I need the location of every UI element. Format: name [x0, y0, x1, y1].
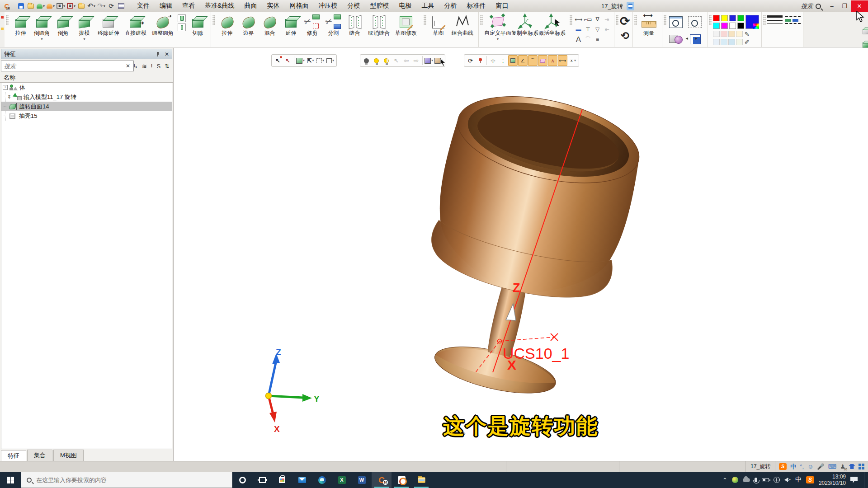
taskbar-cortana[interactable]: [232, 472, 252, 488]
rotate-view-button[interactable]: ⟳: [620, 14, 630, 29]
minimize-button[interactable]: –: [826, 0, 838, 12]
status-doc-name[interactable]: 17_旋转: [745, 461, 775, 472]
boundary-button[interactable]: 边界: [238, 14, 259, 36]
zoom-window-button[interactable]: [668, 14, 684, 31]
bolt-mini-button[interactable]: [178, 23, 186, 31]
undo-rotate-button[interactable]: ⟲: [620, 29, 630, 42]
group-drag-handle[interactable]: [616, 15, 618, 25]
swatch-green[interactable]: [737, 15, 744, 21]
tray-chevron-icon[interactable]: ⌃: [722, 477, 727, 483]
swatch-cyan[interactable]: [713, 23, 720, 29]
menu-cavity-die[interactable]: 型腔模: [365, 2, 394, 10]
line-dashdot-button[interactable]: [785, 23, 801, 24]
zoom-region-button[interactable]: [687, 14, 703, 31]
taskbar-store[interactable]: [272, 472, 292, 488]
tray-ime-indicator[interactable]: 中: [795, 476, 802, 484]
sew-button[interactable]: 缝合: [344, 14, 365, 36]
sketch-modify-button[interactable]: 草图修改: [392, 14, 420, 36]
sort-icon[interactable]: ⇅: [165, 63, 170, 70]
close-file-button[interactable]: [77, 1, 86, 11]
taskbar-powerpoint[interactable]: [392, 472, 411, 488]
alert-icon[interactable]: !: [151, 63, 153, 70]
menu-analysis[interactable]: 分析: [439, 2, 462, 10]
tray-sogou-icon[interactable]: S: [806, 476, 814, 483]
line-color-chips[interactable]: [785, 19, 801, 22]
swatch-pale-3[interactable]: [728, 31, 735, 37]
extrude-surface-button[interactable]: 拉伸: [217, 14, 238, 36]
measure-button[interactable]: 测量: [638, 14, 660, 36]
taskbar-explorer[interactable]: [411, 472, 431, 488]
line-thin-button[interactable]: [767, 23, 783, 24]
expand-icon[interactable]: +: [3, 85, 8, 90]
current-color-swatch[interactable]: [745, 15, 759, 29]
swatch-pale-5[interactable]: [713, 39, 720, 45]
clear-search-icon[interactable]: ✕: [126, 63, 130, 69]
trim-button[interactable]: 修剪: [302, 14, 323, 36]
regen-button[interactable]: ⟳: [107, 1, 116, 11]
taskbar-task-view[interactable]: [252, 472, 272, 488]
swatch-magenta[interactable]: [721, 23, 728, 29]
menu-solid[interactable]: 实体: [262, 2, 284, 10]
taskbar-search-input[interactable]: [36, 477, 208, 483]
swatch-pale-6[interactable]: [721, 39, 727, 45]
goto-icon[interactable]: ↳: [133, 63, 138, 70]
taskbar-search[interactable]: [21, 472, 232, 488]
blend-button[interactable]: 混合: [259, 14, 280, 36]
tab-feature[interactable]: 特征: [1, 450, 26, 461]
baseline-dim-button[interactable]: ⌐▭: [584, 17, 592, 22]
menu-mesh[interactable]: 网格面: [284, 2, 313, 10]
swatch-pale-4[interactable]: [736, 31, 743, 37]
menu-parting[interactable]: 分模: [342, 2, 365, 10]
remove-extend-button[interactable]: 移除延伸: [95, 14, 122, 36]
titlebar-search-label[interactable]: 搜索: [798, 2, 816, 10]
datum-target-button[interactable]: ∇: [595, 17, 599, 22]
menu-standard-parts[interactable]: 标准件: [462, 2, 491, 10]
linear-dim-button[interactable]: ⟷: [575, 17, 582, 22]
menu-view[interactable]: 查看: [177, 2, 200, 10]
group-drag-handle[interactable]: [570, 15, 572, 25]
panel-close-icon[interactable]: ✕: [165, 51, 169, 57]
dim-disabled-button[interactable]: ⇥: [604, 17, 609, 22]
tray-antivirus-icon[interactable]: [732, 477, 738, 483]
new-assembly-button[interactable]: ▾: [46, 1, 55, 11]
cylinder-mini-button[interactable]: [178, 14, 186, 22]
menu-datum-curve[interactable]: 基准&曲线: [200, 2, 239, 10]
action-center-icon[interactable]: [850, 477, 858, 483]
menu-edit[interactable]: 编辑: [155, 2, 177, 10]
soft-keyboard-icon[interactable]: ⌨: [828, 463, 837, 470]
draft-button[interactable]: 拔模: [74, 14, 95, 42]
pin-icon[interactable]: [156, 52, 160, 56]
group-drag-handle[interactable]: [212, 15, 215, 25]
show-desktop-strip[interactable]: [864, 472, 866, 488]
split-button[interactable]: 分割: [323, 14, 344, 36]
left-strip-yellow-icon[interactable]: [1, 28, 4, 30]
taskbar-clock[interactable]: 13:09 2023/10/10: [819, 474, 846, 486]
ime-mode-indicator[interactable]: 中: [790, 463, 796, 471]
account-icon[interactable]: ♟26: [840, 463, 845, 470]
direct-edit-button[interactable]: ➔直接建模: [122, 14, 149, 36]
tray-network-icon[interactable]: [774, 477, 780, 483]
tree-item-label[interactable]: 输入模型11_17 旋转: [24, 93, 76, 101]
sogou-icon[interactable]: S: [779, 463, 787, 470]
feature-search-input[interactable]: [1, 61, 134, 71]
chamfer-button[interactable]: 倒角: [52, 14, 74, 36]
group-drag-handle[interactable]: [763, 15, 766, 25]
tray-cloud-icon[interactable]: [743, 478, 750, 482]
left-strip-red-icon[interactable]: [1, 16, 4, 19]
swatch-pale-8[interactable]: [736, 39, 743, 45]
menu-window[interactable]: 窗口: [491, 2, 513, 10]
open-button[interactable]: [26, 1, 35, 11]
taskbar-cad-app[interactable]: C16: [372, 472, 392, 488]
line-thick-button[interactable]: [767, 15, 783, 18]
tree-item-label[interactable]: 体: [19, 84, 25, 92]
text-annotation-button[interactable]: A: [576, 36, 581, 43]
menu-tools[interactable]: 工具: [416, 2, 439, 10]
save-button[interactable]: [16, 1, 25, 11]
graphics-viewport[interactable]: ↖ ↖ ▾ ⇱▾ ▾ ▾ ↖ ⇦ ⇨ ▾ ▾: [174, 48, 868, 461]
menu-file[interactable]: 文件: [132, 2, 155, 10]
sketch-button[interactable]: 草图: [428, 14, 449, 36]
close-button[interactable]: ✕: [851, 0, 868, 12]
line-dashed-button[interactable]: [785, 16, 801, 17]
history-anchor-icon[interactable]: ⇕: [7, 94, 12, 100]
new-part-button[interactable]: ▾: [36, 1, 45, 11]
